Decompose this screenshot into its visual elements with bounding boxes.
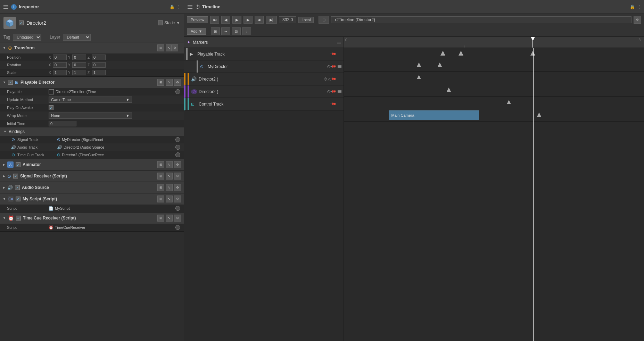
bindings-header[interactable]: ▼ Bindings [0, 127, 184, 136]
transform-tool-1[interactable]: ⊞ [157, 44, 164, 51]
my-director-track-pin[interactable]: 📌 [330, 63, 336, 70]
animator-tool-2[interactable]: ⤡ [166, 161, 173, 168]
play-button[interactable]: ▶ [232, 16, 241, 24]
prev-frame-button[interactable]: ◀ [221, 16, 230, 24]
signal-receiver-header[interactable]: ▶ ⊙ Signal Receiver (Script) ⊞ ⤡ ⚙ [0, 170, 184, 182]
marker-diamond-1[interactable] [440, 51, 445, 56]
director2-purple-menu[interactable] [338, 90, 341, 93]
transform-header[interactable]: ▼ ⊕ Transform ⊞ ⤡ ⚙ [0, 42, 184, 53]
animator-settings[interactable]: ⚙ [174, 161, 181, 168]
playable-director-settings[interactable]: ⚙ [174, 79, 181, 86]
audio-source-checkbox[interactable] [15, 185, 20, 190]
playable-circle-btn[interactable] [175, 89, 180, 94]
director2-orange-menu[interactable] [338, 78, 341, 80]
signal-receiver-checkbox[interactable] [13, 174, 18, 178]
time-cue-receiver-tool-1[interactable]: ⊞ [157, 215, 164, 222]
static-checkbox[interactable] [158, 20, 163, 25]
static-dropdown-arrow[interactable]: ▼ [176, 20, 180, 25]
time-cue-binding-circle[interactable] [175, 152, 180, 157]
my-script-header[interactable]: ▼ C# My Script (Script) ⊞ ⤡ ⚙ [0, 193, 184, 205]
track-control-btn-4[interactable]: ↓ [242, 27, 251, 35]
scale-x-input[interactable] [53, 70, 67, 75]
time-display[interactable]: 332.0 [279, 16, 296, 23]
time-cue-receiver-header[interactable]: ▼ ⏰ Time Cue Receiver (Script) ⊞ ⤡ ⚙ [0, 213, 184, 224]
track-control-btn-3[interactable]: ⊡ [232, 27, 241, 35]
transform-settings[interactable]: ⚙ [171, 44, 178, 51]
add-button[interactable]: Add ▼ [187, 28, 206, 35]
position-z-input[interactable] [92, 55, 106, 60]
animator-header[interactable]: ▶ A Animator ⊞ ⤡ ⚙ [0, 159, 184, 170]
playable-track-menu[interactable] [338, 53, 341, 55]
initial-time-input[interactable] [49, 121, 76, 126]
rotation-x-input[interactable] [53, 62, 67, 68]
next-frame-button[interactable]: ▶ [243, 16, 253, 24]
time-cue-receiver-tool-2[interactable]: ⤡ [166, 215, 173, 222]
playable-track-pin[interactable]: 📌 [330, 51, 336, 57]
control-track-pin[interactable]: 📌 [330, 101, 336, 107]
rotation-z-input[interactable] [92, 62, 106, 68]
signal-receiver-settings[interactable]: ⚙ [174, 173, 181, 180]
loop-button[interactable]: ▶| [266, 16, 277, 24]
preview-button[interactable]: Preview [187, 16, 208, 23]
my-script-tool-2[interactable]: ⤡ [166, 196, 173, 202]
director2-purple-pin[interactable]: 📌 [330, 88, 336, 95]
director2-purple-marker[interactable] [507, 100, 511, 104]
timeline-menu-icon[interactable] [187, 4, 193, 10]
my-script-tool-1[interactable]: ⊞ [157, 196, 164, 202]
time-cue-script-circle[interactable] [175, 225, 180, 230]
marker-diamond-2[interactable] [459, 51, 463, 56]
inspector-lock-icon[interactable]: 🔒 [170, 5, 175, 9]
playable-marker-2[interactable] [438, 63, 442, 67]
time-cue-receiver-checkbox[interactable] [16, 216, 21, 221]
signal-receiver-tool-1[interactable]: ⊞ [157, 173, 164, 180]
scale-z-input[interactable] [92, 70, 106, 75]
my-script-circle[interactable] [175, 206, 180, 211]
wrap-mode-dropdown[interactable]: None ▼ [49, 113, 132, 119]
track-control-btn-2[interactable]: ⇥ [221, 27, 230, 35]
playable-director-header[interactable]: ▼ ⊞ Playable Director ⊞ ⤡ ⚙ [0, 77, 184, 88]
object-enabled-checkbox[interactable] [19, 20, 24, 25]
my-script-checkbox[interactable] [16, 197, 20, 201]
director2-orange-pin[interactable]: 📌 [330, 76, 336, 82]
track-control-btn-1[interactable]: ⊞ [211, 27, 220, 35]
audio-source-tool-1[interactable]: ⊞ [157, 184, 164, 191]
my-director-track-menu[interactable] [338, 65, 341, 68]
play-on-awake-checkbox[interactable] [49, 105, 53, 110]
timeline-more-icon[interactable]: ⋮ [637, 5, 641, 9]
timeline-lock-icon[interactable]: 🔒 [630, 5, 635, 9]
position-x-input[interactable] [53, 55, 67, 60]
inspector-more-icon[interactable]: ⋮ [177, 5, 181, 9]
position-y-input[interactable] [72, 55, 86, 60]
control-track-marker[interactable] [537, 113, 541, 117]
control-track-menu[interactable] [338, 103, 341, 105]
signal-receiver-tool-2[interactable]: ⤡ [166, 173, 173, 180]
playable-director-tool-1[interactable]: ⊞ [157, 79, 164, 86]
animator-tool-1[interactable]: ⊞ [157, 161, 164, 168]
signal-track-binding-circle[interactable] [175, 137, 180, 142]
audio-track-binding-circle[interactable] [175, 145, 180, 150]
object-checkbox[interactable] [19, 20, 24, 25]
time-cue-receiver-settings[interactable]: ⚙ [174, 215, 181, 222]
audio-source-tool-2[interactable]: ⤡ [166, 184, 173, 191]
playable-marker-1[interactable] [417, 63, 421, 67]
update-method-dropdown[interactable]: Game Time ▼ [49, 97, 132, 103]
my-script-settings[interactable]: ⚙ [174, 196, 181, 202]
animator-checkbox[interactable] [16, 162, 20, 167]
goto-end-button[interactable]: ⏭ [255, 16, 264, 24]
markers-menu-icon[interactable] [337, 41, 341, 43]
audio-source-settings[interactable]: ⚙ [174, 184, 181, 191]
playable-director-checkbox[interactable] [8, 80, 13, 85]
tag-dropdown[interactable]: Untagged [13, 34, 41, 41]
local-button[interactable]: Local [298, 17, 314, 23]
audio-source-header[interactable]: ▶ 🔊 Audio Source ⊞ ⤡ ⚙ [0, 182, 184, 193]
timeline-settings-icon[interactable]: ⚙ [634, 16, 641, 24]
inspector-menu-icon[interactable] [3, 4, 9, 10]
scale-y-input[interactable] [72, 70, 86, 75]
main-camera-clip[interactable]: Main Camera [389, 110, 479, 120]
layer-dropdown[interactable]: Default [63, 34, 91, 41]
timeline-view-btn-1[interactable]: ⊞ [319, 16, 329, 24]
my-director-marker[interactable] [417, 75, 421, 79]
rotation-y-input[interactable] [72, 62, 86, 68]
director2-orange-marker[interactable] [447, 88, 451, 92]
playable-director-tool-2[interactable]: ⤡ [166, 79, 173, 86]
